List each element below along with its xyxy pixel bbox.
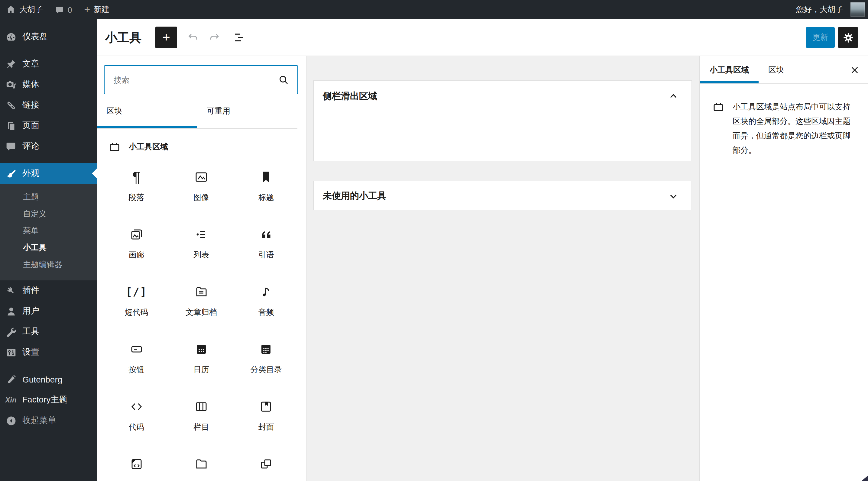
- inserter-category-header: 小工具区域: [97, 129, 306, 158]
- appearance-icon: [5, 167, 17, 180]
- media-text-icon: [259, 457, 274, 471]
- heading-icon: [259, 170, 274, 184]
- block-item-quote[interactable]: 引语: [234, 215, 299, 272]
- audio-icon: [259, 285, 274, 299]
- settings-icon: [5, 346, 17, 358]
- widget-area-panel-header[interactable]: 侧栏滑出区域: [314, 81, 691, 111]
- search-icon: [276, 72, 291, 87]
- comments-icon: [5, 140, 17, 152]
- widget-area-panel-header[interactable]: 未使用的小工具: [314, 181, 691, 211]
- comment-icon: [55, 5, 64, 14]
- block-inserter-panel: 区块 可重用 小工具区域 ¶段落图像标题画廊列表引语[/]短代码文章归档音频按钮…: [97, 56, 306, 481]
- widget-area-icon: [712, 101, 725, 158]
- sidebar-item-gutenberg[interactable]: Gutenberg: [0, 369, 97, 390]
- block-item-gallery[interactable]: 画廊: [104, 215, 169, 272]
- admin-bar-new-link[interactable]: + 新建: [78, 0, 116, 19]
- code-icon: [129, 399, 144, 414]
- sidebar-subitem-自定义[interactable]: 自定义: [0, 205, 97, 222]
- archives-icon: [194, 285, 209, 299]
- tab-reusable[interactable]: 可重用: [197, 94, 298, 128]
- list-icon: [194, 227, 209, 242]
- sidebar-item-media[interactable]: 媒体: [0, 74, 97, 95]
- list-view-button[interactable]: [231, 30, 246, 45]
- links-icon: [5, 99, 17, 111]
- xin-icon: Xin: [5, 394, 17, 406]
- sidebar-item-label: 外观: [22, 168, 39, 179]
- tab-blocks[interactable]: 区块: [97, 94, 197, 128]
- block-item-custom-html[interactable]: [104, 445, 169, 481]
- home-icon: [6, 5, 16, 14]
- sidebar-item-users[interactable]: 用户: [0, 301, 97, 321]
- sidebar-subitem-菜单[interactable]: 菜单: [0, 222, 97, 239]
- sidebar-item-label: 仪表盘: [22, 31, 48, 42]
- sidebar-item-settings[interactable]: 设置: [0, 342, 97, 362]
- admin-bar-account-link[interactable]: 您好，大胡子: [790, 0, 868, 19]
- sidebar-item-comments[interactable]: 评论: [0, 136, 97, 157]
- block-item-calendar[interactable]: 日历: [169, 330, 234, 387]
- undo-button[interactable]: [186, 30, 200, 45]
- active-menu-arrow: [92, 169, 97, 178]
- sidebar-item-collapse[interactable]: 收起菜单: [0, 410, 97, 431]
- block-item-paragraph[interactable]: ¶段落: [104, 158, 169, 215]
- sidebar-subitem-主题编辑器[interactable]: 主题编辑器: [0, 256, 97, 273]
- sidebar-item-dashboard[interactable]: 仪表盘: [0, 27, 97, 47]
- tab-widget-areas[interactable]: 小工具区域: [700, 56, 758, 84]
- block-item-shortcode[interactable]: [/]短代码: [104, 272, 169, 330]
- block-item-heading[interactable]: 标题: [234, 158, 299, 215]
- block-item-label: 图像: [193, 192, 209, 203]
- block-item-columns[interactable]: 栏目: [169, 387, 234, 445]
- posts-icon: [5, 58, 17, 70]
- close-sidebar-button[interactable]: [841, 56, 868, 84]
- block-item-code[interactable]: 代码: [104, 387, 169, 445]
- sidebar-item-label: Gutenberg: [22, 375, 62, 384]
- block-item-media-text[interactable]: [234, 445, 299, 481]
- block-search-input[interactable]: [104, 65, 298, 94]
- gallery-icon: [129, 227, 144, 242]
- block-item-button[interactable]: 按钮: [104, 330, 169, 387]
- plus-icon: +: [84, 4, 90, 14]
- block-item-audio[interactable]: 音频: [234, 272, 299, 330]
- settings-toggle-button[interactable]: [838, 27, 858, 48]
- wordpress-admin-window: 大胡子 0 + 新建 您好，大胡子 仪表盘文章媒体链接页面评论外观主题自定义菜单…: [0, 0, 868, 481]
- site-name: 大胡子: [19, 4, 43, 15]
- dashboard-icon: [5, 31, 17, 43]
- sidebar-item-plugins[interactable]: 插件: [0, 280, 97, 301]
- inserter-tabs: 区块 可重用: [97, 94, 298, 129]
- sidebar-item-xin[interactable]: XinFactory主题: [0, 390, 97, 410]
- block-item-label: 文章归档: [186, 307, 217, 318]
- update-button[interactable]: 更新: [806, 27, 835, 48]
- block-item-label: 短代码: [125, 307, 148, 318]
- admin-bar-comments-link[interactable]: 0: [49, 0, 78, 19]
- block-inserter-toggle-button[interactable]: +: [155, 27, 177, 49]
- cover-icon: [259, 399, 274, 414]
- sidebar-subitem-小工具[interactable]: 小工具: [0, 239, 97, 256]
- tab-block[interactable]: 区块: [758, 56, 794, 84]
- sidebar-item-posts[interactable]: 文章: [0, 54, 97, 74]
- block-item-image[interactable]: 图像: [169, 158, 234, 215]
- sidebar-item-label: 评论: [22, 141, 39, 152]
- block-item-categories[interactable]: 分类目录: [234, 330, 299, 387]
- sidebar-item-links[interactable]: 链接: [0, 95, 97, 116]
- sidebar-item-tools[interactable]: 工具: [0, 321, 97, 342]
- tools-icon: [5, 326, 17, 338]
- widgets-canvas: 侧栏滑出区域未使用的小工具: [306, 56, 700, 481]
- widget-area-title: 侧栏滑出区域: [323, 90, 377, 102]
- editor-header: 小工具 + 更新: [97, 19, 868, 56]
- block-item-file[interactable]: [169, 445, 234, 481]
- admin-bar-site-link[interactable]: 大胡子: [0, 0, 49, 19]
- calendar-icon: [194, 342, 209, 356]
- block-item-archives[interactable]: 文章归档: [169, 272, 234, 330]
- sidebar-item-pages[interactable]: 页面: [0, 116, 97, 136]
- widget-area-panel: 侧栏滑出区域: [313, 81, 692, 161]
- block-item-label: 列表: [193, 250, 209, 260]
- sidebar-subitem-主题[interactable]: 主题: [0, 189, 97, 205]
- sidebar-item-label: 收起菜单: [22, 415, 56, 426]
- block-item-label: 分类目录: [251, 364, 282, 375]
- columns-icon: [194, 399, 209, 414]
- window-resize-corner: [861, 476, 868, 481]
- sidebar-item-appearance[interactable]: 外观: [0, 163, 97, 184]
- redo-button[interactable]: [207, 30, 222, 45]
- block-item-list[interactable]: 列表: [169, 215, 234, 272]
- category-label: 小工具区域: [129, 141, 168, 152]
- block-item-cover[interactable]: 封面: [234, 387, 299, 445]
